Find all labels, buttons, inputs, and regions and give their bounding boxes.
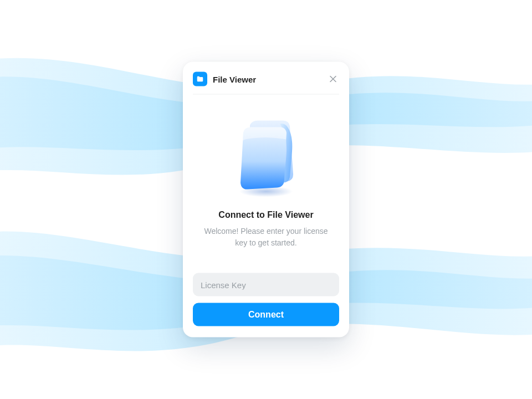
svg-rect-0 — [197, 78, 203, 81]
folder-small-icon — [196, 75, 204, 83]
modal-heading: Connect to File Viewer — [218, 210, 313, 220]
folder-illustration — [222, 110, 310, 204]
connect-button[interactable]: Connect — [193, 303, 339, 326]
app-title: File Viewer — [213, 74, 321, 84]
hero-section: Connect to File Viewer Welcome! Please e… — [193, 95, 339, 249]
close-button[interactable] — [327, 73, 339, 85]
app-icon — [193, 72, 207, 86]
modal-subtext: Welcome! Please enter your license key t… — [202, 226, 330, 249]
connect-modal: File Viewer — [183, 62, 349, 337]
modal-header: File Viewer — [193, 72, 339, 95]
connect-form: Connect — [193, 273, 339, 326]
license-key-input[interactable] — [193, 273, 339, 296]
close-icon — [330, 76, 336, 83]
